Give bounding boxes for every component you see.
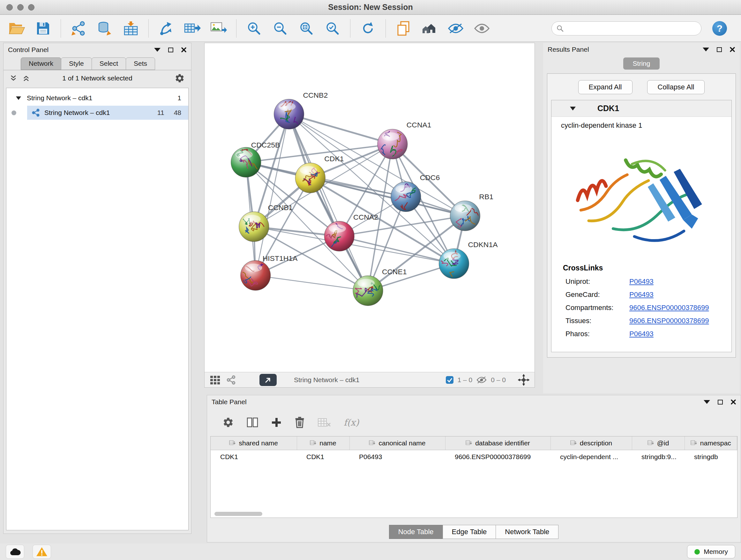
open-session-button[interactable] <box>5 18 29 39</box>
cell-id[interactable]: stringdb:9... <box>632 450 684 464</box>
cell-database-identifier[interactable]: 9606.ENSP00000378699 <box>445 450 550 464</box>
hide-annotations-button[interactable] <box>444 18 468 39</box>
zoom-window-button[interactable] <box>28 4 35 10</box>
tab-select[interactable]: Select <box>91 57 126 70</box>
cell-shared-name[interactable]: CDK1 <box>211 450 297 464</box>
current-network-indicator[interactable] <box>11 111 16 115</box>
memory-button[interactable]: Memory <box>687 545 735 558</box>
export-table-button[interactable] <box>181 18 204 39</box>
tree-expand-icon[interactable] <box>16 97 21 100</box>
warnings-button[interactable] <box>32 545 51 559</box>
zoom-fit-button[interactable] <box>294 18 318 39</box>
home-button[interactable] <box>418 18 441 39</box>
horizontal-scrollbar[interactable] <box>214 512 262 516</box>
crosslink-link[interactable]: P06493 <box>629 330 654 338</box>
column-header[interactable]: namespac <box>684 436 737 450</box>
search-box[interactable] <box>551 21 701 36</box>
network-node-label: CCNB1 <box>268 203 293 212</box>
crosslink-label: Pharos: <box>565 330 629 338</box>
import-network-database-button[interactable] <box>93 18 117 39</box>
selected-checkbox-icon[interactable] <box>446 376 454 384</box>
network-edge[interactable] <box>256 114 289 275</box>
cell-namespace[interactable]: stringdb <box>684 450 737 464</box>
close-panel-icon[interactable] <box>730 47 735 52</box>
network-edge[interactable] <box>289 114 392 144</box>
expand-all-icon[interactable] <box>23 75 30 81</box>
open-in-new-button[interactable] <box>259 374 277 386</box>
crosslink-link[interactable]: 9606.ENSP00000378699 <box>629 317 709 325</box>
network-options-gear-icon[interactable] <box>175 73 185 83</box>
close-window-button[interactable] <box>6 4 13 10</box>
column-header[interactable]: description <box>550 436 632 450</box>
collapse-all-icon[interactable] <box>10 75 17 81</box>
expand-all-button[interactable]: Expand All <box>578 80 632 94</box>
export-image-button[interactable] <box>207 18 230 39</box>
cell-name[interactable]: CDK1 <box>297 450 349 464</box>
save-session-button[interactable] <box>31 18 55 39</box>
close-panel-icon[interactable] <box>181 47 187 53</box>
float-panel-icon[interactable] <box>168 48 173 52</box>
crosslink-row: Uniprot: P06493 <box>565 277 731 286</box>
function-builder-icon[interactable]: f(x) <box>344 417 359 428</box>
network-edge[interactable] <box>256 275 368 291</box>
tab-network-table[interactable]: Network Table <box>495 525 558 539</box>
refresh-button[interactable] <box>356 18 380 39</box>
add-icon[interactable] <box>271 417 282 428</box>
crosslink-link[interactable]: 9606.ENSP00000378699 <box>629 304 709 312</box>
search-input[interactable] <box>566 24 697 32</box>
table-options-gear-icon[interactable] <box>222 417 234 428</box>
column-header[interactable]: database identifier <box>445 436 550 450</box>
gene-symbol: CDK1 <box>597 104 619 113</box>
panel-menu-icon[interactable] <box>154 48 160 52</box>
collapse-all-button[interactable]: Collapse All <box>647 80 705 94</box>
cloud-status-button[interactable] <box>6 545 24 559</box>
hidden-eye-slash-icon[interactable] <box>476 376 487 384</box>
import-table-button[interactable] <box>119 18 143 39</box>
tab-node-table[interactable]: Node Table <box>389 525 443 539</box>
selected-count: 1 – 0 <box>458 376 473 384</box>
float-panel-icon[interactable] <box>718 400 723 405</box>
cell-description[interactable]: cyclin-dependent ... <box>550 450 632 464</box>
copy-button[interactable] <box>392 18 415 39</box>
column-header[interactable]: shared name <box>211 436 297 450</box>
tab-network[interactable]: Network <box>21 57 61 70</box>
column-header[interactable]: canonical name <box>349 436 445 450</box>
network-canvas[interactable]: CCNB2CCNA1CDC25BCDK1CDC6RB1CCNB1CCNA2CDK… <box>205 43 535 372</box>
tab-sets[interactable]: Sets <box>126 57 155 70</box>
zoom-selected-button[interactable] <box>321 18 344 39</box>
crosslink-link[interactable]: P06493 <box>629 291 654 299</box>
close-panel-icon[interactable] <box>731 399 736 405</box>
show-columns-icon[interactable] <box>247 417 258 428</box>
network-node-label: CCNE1 <box>382 267 407 276</box>
network-collection-row[interactable]: String Network – cdk1 1 <box>6 91 188 105</box>
cloud-icon <box>9 548 21 556</box>
crosslink-link[interactable]: P06493 <box>629 277 654 286</box>
column-header[interactable]: name <box>297 436 349 450</box>
minimize-window-button[interactable] <box>17 4 23 10</box>
new-network-button[interactable] <box>154 18 178 39</box>
network-row-selected[interactable]: String Network – cdk1 11 48 <box>6 105 188 120</box>
network-graph-svg[interactable]: CCNB2CCNA1CDC25BCDK1CDC6RB1CCNB1CCNA2CDK… <box>205 43 535 372</box>
tab-style[interactable]: Style <box>61 57 92 70</box>
help-button[interactable]: ? <box>712 21 727 36</box>
delete-trash-icon[interactable] <box>294 416 305 428</box>
network-edge[interactable] <box>289 114 368 291</box>
string-results-tab[interactable]: String <box>623 57 660 70</box>
panel-menu-icon[interactable] <box>703 48 709 51</box>
gene-section-header[interactable]: CDK1 <box>551 100 731 117</box>
panel-menu-icon[interactable] <box>704 400 710 404</box>
column-header[interactable]: @id <box>632 436 684 450</box>
table-panel-header: Table Panel <box>207 395 741 409</box>
zoom-in-button[interactable] <box>242 18 266 39</box>
collapse-section-icon[interactable] <box>570 107 576 111</box>
fit-content-crosshair-icon[interactable] <box>518 374 529 386</box>
birdseye-view-icon[interactable] <box>226 375 236 385</box>
import-network-file-button[interactable] <box>67 18 90 39</box>
show-graphics-details-button[interactable] <box>470 18 494 39</box>
table-row[interactable]: CDK1 CDK1 P06493 9606.ENSP00000378699 cy… <box>211 450 737 464</box>
grid-view-icon[interactable] <box>210 375 220 385</box>
cell-canonical-name[interactable]: P06493 <box>349 450 445 464</box>
tab-edge-table[interactable]: Edge Table <box>443 525 496 539</box>
zoom-out-button[interactable] <box>268 18 292 39</box>
float-panel-icon[interactable] <box>717 47 722 52</box>
